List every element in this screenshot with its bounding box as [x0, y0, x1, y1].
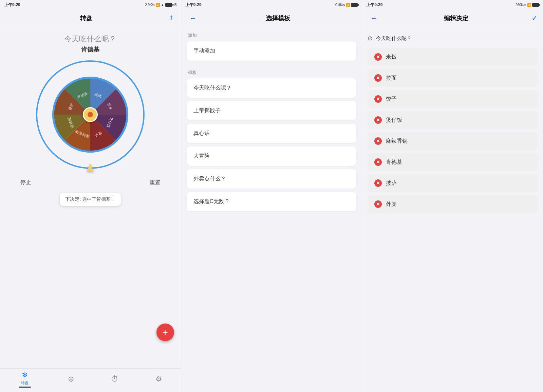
- back-button-3[interactable]: ←: [368, 13, 380, 24]
- decision-toast: 下决定: 选中了肯德基！: [60, 193, 121, 206]
- spinner-nav-icon: ❄: [22, 371, 28, 379]
- template-item-5[interactable]: 选择题C无敌？: [187, 192, 357, 211]
- remove-icon-2[interactable]: ✕: [374, 95, 382, 103]
- template-item-0[interactable]: 今天吃什么呢？: [187, 78, 357, 98]
- spinner-area: 今天吃什么呢？ 肯德基: [0, 27, 181, 368]
- edit-item-label-2: 饺子: [386, 96, 397, 103]
- add-label: 添加: [181, 27, 362, 41]
- template-label: 模板: [181, 64, 362, 78]
- remove-icon-3[interactable]: ✕: [374, 116, 382, 124]
- share-button[interactable]: ⤴: [167, 13, 175, 23]
- stop-button[interactable]: 停止: [20, 179, 31, 186]
- edit-item-6[interactable]: ✕ 披萨: [368, 174, 538, 192]
- signal-icon-3: 📶: [527, 3, 531, 7]
- panel3-title: 编辑决定: [380, 14, 531, 22]
- nav-history[interactable]: ⏱: [108, 373, 121, 385]
- status-bar-1: 上午9:29 2.9K/s 📶 ▲ 45: [0, 0, 181, 9]
- edit-item-1[interactable]: ✕ 拉面: [368, 69, 538, 87]
- status-time-3: 上午9:29: [366, 2, 382, 8]
- edit-item-0[interactable]: ✕ 米饭: [368, 48, 538, 66]
- reset-button[interactable]: 重置: [150, 179, 161, 186]
- nav-settings[interactable]: ⚙: [153, 373, 165, 385]
- remove-icon-7[interactable]: ✕: [374, 200, 382, 208]
- nav-add[interactable]: ⊕: [65, 373, 77, 385]
- edit-item-label-6: 披萨: [386, 180, 397, 187]
- speed-2: 0.4K/s: [335, 3, 345, 7]
- back-button-2[interactable]: ←: [187, 13, 200, 24]
- wheel-center[interactable]: [83, 107, 98, 122]
- status-time-2: 上午9:29: [185, 2, 202, 8]
- battery-icon-3: [532, 3, 539, 7]
- status-bar-3: 上午9:29 260K/s 📶: [362, 0, 543, 9]
- speed-3: 260K/s: [516, 3, 526, 7]
- edit-item-label-7: 外卖: [386, 201, 397, 208]
- template-item-2[interactable]: 真心话: [187, 124, 357, 143]
- add-nav-icon: ⊕: [68, 375, 74, 384]
- edit-item-label-0: 米饭: [386, 54, 397, 61]
- edit-scroll: ⊘ 今天吃什么呢？ ✕ 米饭 ✕ 拉面 ✕ 饺子 ✕ 煲仔饭 ✕ 麻辣香锅: [362, 27, 543, 392]
- wifi-icon: ▲: [161, 3, 164, 7]
- wheel-container[interactable]: 麻辣香锅 亚德斯 披萨 肯德基 拉面 炒米 煲仔饭 饺子: [36, 60, 145, 169]
- confirm-button[interactable]: ✓: [531, 14, 538, 23]
- panel1-title: 转盘: [5, 14, 167, 22]
- spinner-question: 今天吃什么呢？: [64, 34, 116, 44]
- spinner-controls: 停止 重置: [7, 172, 174, 193]
- edit-item-label-3: 煲仔饭: [386, 117, 402, 124]
- edit-header-row: ⊘ 今天吃什么呢？: [362, 30, 543, 45]
- template-item-3[interactable]: 大冒险: [187, 146, 357, 166]
- signal-icon-2: 📶: [346, 3, 350, 7]
- speed-1: 2.9K/s: [145, 3, 154, 7]
- edit-item-4[interactable]: ✕ 麻辣香锅: [368, 132, 538, 150]
- edit-item-3[interactable]: ✕ 煲仔饭: [368, 111, 538, 129]
- status-icons-1: 2.9K/s 📶 ▲ 45: [145, 3, 176, 7]
- manual-add-item[interactable]: 手动添加: [187, 41, 357, 61]
- status-icons-3: 260K/s 📶: [516, 3, 539, 7]
- edit-item-7[interactable]: ✕ 外卖: [368, 195, 538, 213]
- battery-icon-2: [351, 3, 358, 7]
- settings-nav-icon: ⚙: [155, 375, 162, 384]
- edit-header-title: 今天吃什么呢？: [376, 35, 412, 42]
- remove-icon-0[interactable]: ✕: [374, 53, 382, 61]
- remove-icon-5[interactable]: ✕: [374, 158, 382, 166]
- topbar-2: ← 选择模板: [181, 9, 362, 27]
- status-time-1: 上午9:29: [4, 2, 20, 8]
- bottom-nav: ❄ 转盘 ⊕ ⏱ ⚙: [0, 368, 181, 392]
- nav-spinner-label: 转盘: [21, 380, 29, 386]
- wheel-pointer: [87, 163, 94, 172]
- add-fab-button[interactable]: +: [156, 324, 174, 341]
- signal-icon: 📶: [156, 3, 160, 7]
- status-bar-2: 上午9:29 0.4K/s 📶: [181, 0, 362, 9]
- panel-template: 上午9:29 0.4K/s 📶 ← 选择模板 添加 手动添加 模板 今天吃什么呢…: [181, 0, 362, 392]
- panel-edit: 上午9:29 260K/s 📶 ← 编辑决定 ✓ ⊘ 今天吃什么呢？ ✕ 米饭: [362, 0, 543, 392]
- topbar-1: 转盘 ⤴: [0, 9, 181, 27]
- remove-icon-6[interactable]: ✕: [374, 179, 382, 187]
- wheel-dot: [88, 112, 93, 117]
- battery-icon: [165, 3, 172, 7]
- edit-item-label-4: 麻辣香锅: [386, 138, 408, 145]
- template-item-4[interactable]: 外卖点什么？: [187, 169, 357, 189]
- edit-item-label-1: 拉面: [386, 75, 397, 82]
- spinner-result: 肯德基: [81, 45, 99, 54]
- template-scroll: 添加 手动添加 模板 今天吃什么呢？ 上帝掷骰子 真心话 大冒险 外卖点什么？ …: [181, 27, 362, 392]
- nav-spinner[interactable]: ❄ 转盘: [16, 369, 34, 389]
- edit-item-5[interactable]: ✕ 肯德基: [368, 153, 538, 171]
- template-item-1[interactable]: 上帝掷骰子: [187, 101, 357, 120]
- panel2-title: 选择模板: [200, 14, 357, 22]
- edit-item-2[interactable]: ✕ 饺子: [368, 90, 538, 108]
- status-icons-2: 0.4K/s 📶: [335, 3, 358, 7]
- history-nav-icon: ⏱: [111, 375, 118, 384]
- remove-icon-1[interactable]: ✕: [374, 74, 382, 82]
- battery-pct: 45: [173, 3, 177, 7]
- edit-item-label-5: 肯德基: [386, 159, 402, 166]
- panel-spinner: 上午9:29 2.9K/s 📶 ▲ 45 转盘 ⤴ 今天吃什么呢？ 肯德基: [0, 0, 181, 392]
- nav-indicator: [19, 387, 31, 388]
- remove-icon-4[interactable]: ✕: [374, 137, 382, 145]
- bookmark-icon: ⊘: [368, 35, 373, 42]
- topbar-3: ← 编辑决定 ✓: [362, 9, 543, 27]
